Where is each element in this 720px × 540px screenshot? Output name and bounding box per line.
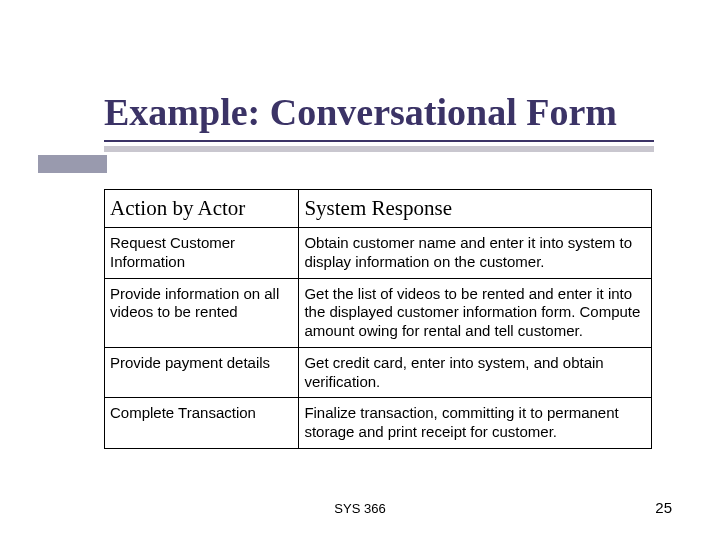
cell-system: Get the list of videos to be rented and … <box>299 278 652 347</box>
cell-actor: Provide information on all videos to be … <box>105 278 299 347</box>
cell-system: Finalize transaction, committing it to p… <box>299 398 652 449</box>
cell-actor: Provide payment details <box>105 347 299 398</box>
table-row: Provide payment details Get credit card,… <box>105 347 652 398</box>
cell-system: Obtain customer name and enter it into s… <box>299 228 652 279</box>
footer-page-number: 25 <box>655 499 672 516</box>
footer-course: SYS 366 <box>0 501 720 516</box>
table-header-row: Action by Actor System Response <box>105 190 652 228</box>
accent-bar <box>38 155 107 173</box>
table-row: Provide information on all videos to be … <box>105 278 652 347</box>
header-system: System Response <box>299 190 652 228</box>
cell-actor: Complete Transaction <box>105 398 299 449</box>
table-row: Request Customer Information Obtain cust… <box>105 228 652 279</box>
cell-actor: Request Customer Information <box>105 228 299 279</box>
slide-title: Example: Conversational Form <box>104 90 644 140</box>
title-group: Example: Conversational Form <box>104 90 644 152</box>
table-row: Complete Transaction Finalize transactio… <box>105 398 652 449</box>
cell-system: Get credit card, enter into system, and … <box>299 347 652 398</box>
title-underline-light <box>104 146 654 152</box>
conversational-form-table: Action by Actor System Response Request … <box>104 189 652 449</box>
header-actor: Action by Actor <box>105 190 299 228</box>
title-underline-dark <box>104 140 654 142</box>
